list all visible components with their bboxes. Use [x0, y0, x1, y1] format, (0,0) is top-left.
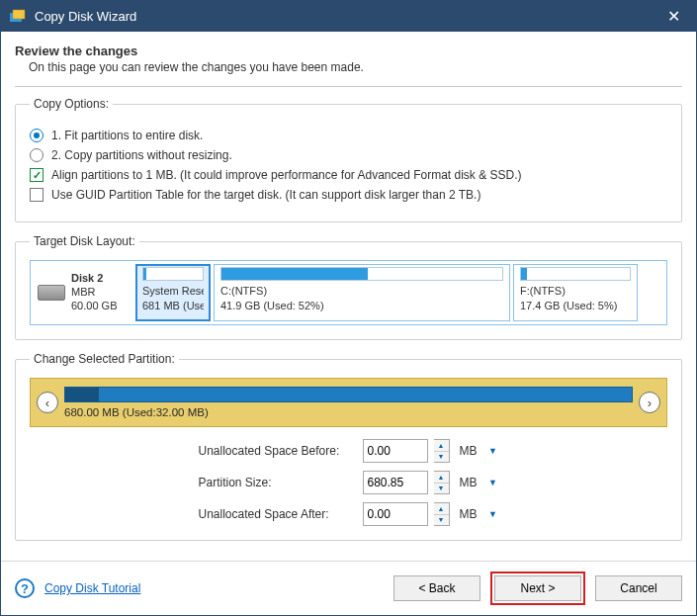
next-button-highlight: Next > [490, 572, 585, 605]
checkbox-align-partitions-label: Align partitions to 1 MB. (It could impr… [51, 168, 522, 182]
disk-size: 60.00 GB [71, 300, 117, 313]
partition-size-input[interactable] [363, 471, 428, 494]
help-icon[interactable]: ? [15, 578, 35, 598]
partition-label: C:(NTFS) [220, 284, 503, 299]
window: Copy Disk Wizard ✕ Review the changes On… [0, 0, 697, 616]
target-disk-layout-legend: Target Disk Layout: [30, 234, 139, 248]
partition-label: System Reser [142, 284, 204, 299]
disk-icon [38, 285, 65, 301]
partition-sublabel: 17.4 GB (Used: 5%) [520, 299, 631, 313]
partition-system-reserved[interactable]: System Reser 681 MB (Used [135, 264, 211, 321]
change-selected-partition-group: Change Selected Partition: ‹ 680.00 MB (… [15, 352, 682, 541]
page-subheading: On this page you can review the changes … [29, 60, 682, 74]
unallocated-before-input[interactable] [363, 439, 428, 463]
page-heading: Review the changes [15, 44, 682, 58]
disk-text: Disk 2 MBR 60.00 GB [71, 272, 117, 312]
partition-form: Unallocated Space Before: ▲▼ MB ▼ Partit… [30, 439, 667, 526]
unit-label: MB [460, 476, 478, 489]
spinner-up-icon[interactable]: ▲ [434, 472, 449, 484]
app-icon [9, 8, 27, 26]
disk-type: MBR [71, 286, 117, 300]
divider [15, 86, 682, 87]
unit-dropdown-icon[interactable]: ▼ [487, 477, 499, 488]
partition-sublabel: 681 MB (Used [142, 299, 204, 313]
checkbox-use-guid[interactable] [30, 188, 44, 202]
partition-label: F:(NTFS) [520, 284, 631, 299]
checkbox-use-guid-label: Use GUID Partition Table for the target … [51, 188, 480, 202]
unit-dropdown-icon[interactable]: ▼ [487, 445, 499, 457]
unallocated-after-label: Unallocated Space After: [199, 507, 357, 521]
radio-copy-without-resize[interactable] [30, 148, 44, 162]
next-button[interactable]: Next > [494, 575, 581, 601]
partition-size-label: Partition Size: [199, 476, 357, 489]
footer: ? Copy Disk Tutorial < Back Next > Cance… [1, 561, 696, 615]
copy-disk-tutorial-link[interactable]: Copy Disk Tutorial [44, 581, 140, 595]
radio-fit-partitions[interactable] [30, 129, 44, 142]
partition-c[interactable]: C:(NTFS) 41.9 GB (Used: 52%) [214, 264, 510, 321]
nav-left-icon[interactable]: ‹ [37, 392, 58, 413]
content-area: Review the changes On this page you can … [1, 32, 696, 561]
unallocated-after-input[interactable] [363, 502, 428, 526]
spinner-down-icon[interactable]: ▼ [434, 484, 449, 494]
unallocated-before-label: Unallocated Space Before: [199, 444, 357, 458]
unit-label: MB [460, 444, 478, 458]
spinner-up-icon[interactable]: ▲ [434, 503, 449, 515]
disk-name: Disk 2 [71, 272, 117, 286]
disk-info: Disk 2 MBR 60.00 GB [34, 264, 132, 321]
checkbox-align-partitions[interactable] [30, 168, 44, 182]
partition-f[interactable]: F:(NTFS) 17.4 GB (Used: 5%) [513, 264, 638, 321]
copy-options-group: Copy Options: 1. Fit partitions to entir… [15, 97, 682, 222]
radio-copy-without-resize-label: 2. Copy partitions without resizing. [51, 148, 232, 162]
partition-size-summary: 680.00 MB (Used:32.00 MB) [64, 406, 633, 418]
partition-size-spinner[interactable]: ▲▼ [434, 471, 450, 494]
unallocated-before-spinner[interactable]: ▲▼ [434, 439, 450, 463]
unit-dropdown-icon[interactable]: ▼ [487, 508, 499, 520]
unallocated-after-spinner[interactable]: ▲▼ [434, 502, 450, 526]
back-button[interactable]: < Back [393, 575, 480, 601]
partition-sublabel: 41.9 GB (Used: 52%) [220, 299, 503, 313]
disk-layout: Disk 2 MBR 60.00 GB System Reser 681 MB … [30, 260, 667, 325]
copy-options-legend: Copy Options: [30, 97, 113, 111]
spinner-down-icon[interactable]: ▼ [434, 452, 449, 463]
spinner-up-icon[interactable]: ▲ [434, 440, 449, 452]
partition-size-bar[interactable] [64, 387, 633, 402]
change-selected-partition-legend: Change Selected Partition: [30, 352, 179, 366]
window-title: Copy Disk Wizard [35, 9, 658, 24]
unit-label: MB [460, 507, 478, 521]
partition-size-slider[interactable]: ‹ 680.00 MB (Used:32.00 MB) › [30, 378, 667, 427]
target-disk-layout-group: Target Disk Layout: Disk 2 MBR 60.00 GB … [15, 234, 682, 340]
titlebar: Copy Disk Wizard ✕ [1, 1, 696, 32]
close-icon[interactable]: ✕ [658, 7, 688, 26]
nav-right-icon[interactable]: › [639, 392, 660, 413]
cancel-button[interactable]: Cancel [595, 575, 682, 601]
spinner-down-icon[interactable]: ▼ [434, 515, 449, 526]
radio-fit-partitions-label: 1. Fit partitions to entire disk. [51, 129, 203, 142]
svg-rect-1 [13, 10, 25, 19]
